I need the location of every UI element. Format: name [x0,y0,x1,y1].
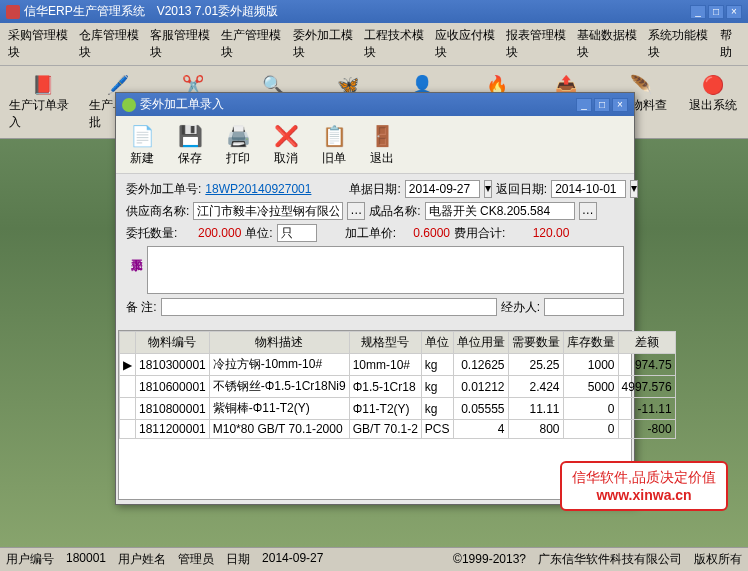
column-header[interactable]: 物料编号 [136,332,210,354]
column-header[interactable]: 单位 [421,332,453,354]
row-selector[interactable] [120,420,136,439]
menu-item[interactable]: 采购管理模块 [4,25,73,63]
dlg-icon: ❌ [272,122,300,150]
date-input[interactable] [405,180,480,198]
price-label: 加工单价: [345,225,396,242]
cell[interactable]: 0.01212 [453,376,508,398]
cell[interactable]: 1810800001 [136,398,210,420]
row-selector[interactable] [120,398,136,420]
dialog-button[interactable]: 🖨️打印 [216,120,260,169]
cell[interactable]: 0.12625 [453,354,508,376]
menu-item[interactable]: 基础数据模块 [573,25,642,63]
cell[interactable]: 1811200001 [136,420,210,439]
supplier-input[interactable] [193,202,343,220]
column-header[interactable]: 物料描述 [209,332,349,354]
dlg-icon: 📋 [320,122,348,150]
order-no-link[interactable]: 18WP20140927001 [205,182,311,196]
cell[interactable]: PCS [421,420,453,439]
cell[interactable]: 紫铜棒-Φ11-T2(Y) [209,398,349,420]
cell[interactable]: 10mm-10# [349,354,421,376]
watermark-url: www.xinwa.cn [572,487,716,503]
column-header[interactable]: 规格型号 [349,332,421,354]
menu-item[interactable]: 帮助 [716,25,744,63]
dlg-label: 打印 [226,150,250,167]
dlg-icon: 🚪 [368,122,396,150]
date-picker-icon[interactable]: ▾ [484,180,492,198]
dialog-button[interactable]: 📄新建 [120,120,164,169]
menu-item[interactable]: 应收应付模块 [431,25,500,63]
menu-item[interactable]: 客服管理模块 [146,25,215,63]
dialog-button[interactable]: ❌取消 [264,120,308,169]
cell[interactable]: 0 [563,398,618,420]
cell[interactable]: kg [421,354,453,376]
cell[interactable]: 1000 [563,354,618,376]
cell[interactable]: 0 [563,420,618,439]
cell[interactable]: -11.11 [618,398,675,420]
unit-input[interactable] [277,224,317,242]
minimize-icon[interactable]: _ [690,5,706,19]
cell[interactable]: kg [421,376,453,398]
cell[interactable]: 1810300001 [136,354,210,376]
product-lookup-icon[interactable]: … [579,202,597,220]
supplier-label: 供应商名称: [126,203,189,220]
cell[interactable]: -800 [618,420,675,439]
remark-input[interactable] [161,298,497,316]
row-selector[interactable]: ▶ [120,354,136,376]
product-label: 成品名称: [369,203,420,220]
row-selector[interactable] [120,376,136,398]
cell[interactable]: 4 [453,420,508,439]
return-picker-icon[interactable]: ▾ [630,180,638,198]
cell[interactable]: 4997.576 [618,376,675,398]
app-title: 信华ERP生产管理系统 V2013 7.01委外超频版 [24,3,278,20]
requirement-textarea[interactable] [147,246,624,294]
cell[interactable]: 5000 [563,376,618,398]
menu-item[interactable]: 工程技术模块 [360,25,429,63]
dlg-label: 保存 [178,150,202,167]
menu-item[interactable]: 委外加工模块 [289,25,358,63]
cell[interactable]: Φ11-T2(Y) [349,398,421,420]
maximize-icon[interactable]: □ [708,5,724,19]
cell[interactable]: 1810600001 [136,376,210,398]
dialog-button[interactable]: 🚪退出 [360,120,404,169]
cell[interactable]: 0.05555 [453,398,508,420]
dialog-button[interactable]: 💾保存 [168,120,212,169]
menu-item[interactable]: 报表管理模块 [502,25,571,63]
cell[interactable]: 2.424 [508,376,563,398]
supplier-lookup-icon[interactable]: … [347,202,365,220]
menu-item[interactable]: 生产管理模块 [217,25,286,63]
column-header[interactable]: 库存数量 [563,332,618,354]
column-header[interactable]: 差额 [618,332,675,354]
menu-item[interactable]: 仓库管理模块 [75,25,144,63]
table-row[interactable]: 1810800001紫铜棒-Φ11-T2(Y)Φ11-T2(Y)kg0.0555… [120,398,676,420]
table-row[interactable]: 1810600001不锈钢丝-Φ1.5-1Cr18Ni9Φ1.5-1Cr18kg… [120,376,676,398]
column-header[interactable]: 单位用量 [453,332,508,354]
cell[interactable]: GB/T 70.1-2 [349,420,421,439]
dialog-button[interactable]: 📋旧单 [312,120,356,169]
maximize-icon[interactable]: □ [594,98,610,112]
toolbar-button[interactable]: 📕生产订单录入 [4,70,82,134]
cell[interactable]: kg [421,398,453,420]
cell[interactable]: 11.11 [508,398,563,420]
cell[interactable]: 25.25 [508,354,563,376]
dlg-label: 退出 [370,150,394,167]
window-controls: _ □ × [690,5,742,19]
cell[interactable]: 800 [508,420,563,439]
cell[interactable]: M10*80 GB/T 70.1-2000 [209,420,349,439]
cell[interactable]: 不锈钢丝-Φ1.5-1Cr18Ni9 [209,376,349,398]
return-input[interactable] [551,180,626,198]
dialog-window-controls: _ □ × [576,98,628,112]
cell[interactable]: 冷拉方钢-10mm-10# [209,354,349,376]
menu-item[interactable]: 系统功能模块 [644,25,713,63]
minimize-icon[interactable]: _ [576,98,592,112]
close-icon[interactable]: × [726,5,742,19]
cell[interactable]: Φ1.5-1Cr18 [349,376,421,398]
table-row[interactable]: ▶1810300001冷拉方钢-10mm-10#10mm-10#kg0.1262… [120,354,676,376]
column-header[interactable]: 需要数量 [508,332,563,354]
cell[interactable]: 974.75 [618,354,675,376]
table-row[interactable]: 1811200001M10*80 GB/T 70.1-2000GB/T 70.1… [120,420,676,439]
close-icon[interactable]: × [612,98,628,112]
toolbar-button[interactable]: 🔴退出系统 [682,70,744,134]
handler-input[interactable] [544,298,624,316]
product-input[interactable] [425,202,575,220]
handler-label: 经办人: [501,299,540,316]
